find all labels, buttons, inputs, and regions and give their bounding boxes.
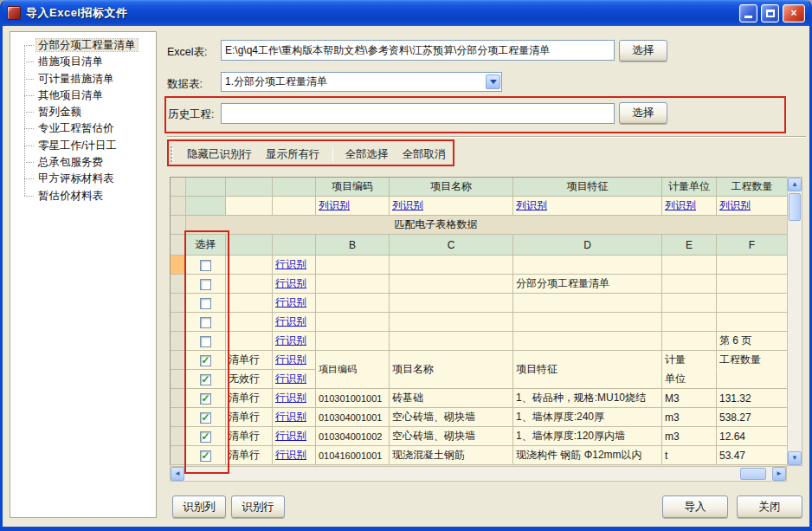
data-cell-d: 现浇构件 钢筋 Φ12mm以内 xyxy=(513,446,662,465)
row-type-cell: 清单行 xyxy=(226,408,273,427)
data-cell-f xyxy=(717,313,788,332)
header-cell xyxy=(273,235,316,256)
row-checkbox-unchecked[interactable] xyxy=(200,298,211,309)
column-detect-link[interactable]: 列识别 xyxy=(392,199,423,211)
sidebar-item[interactable]: 暂列金额 xyxy=(12,104,154,120)
column-detect-link[interactable]: 列识别 xyxy=(665,199,696,211)
row-detect-link[interactable]: 行识别 xyxy=(275,334,306,346)
row-checkbox-checked[interactable]: ✓ xyxy=(200,450,211,462)
history-project-input[interactable] xyxy=(221,103,615,124)
row-indicator-cell xyxy=(171,408,186,427)
row-detect-link[interactable]: 行识别 xyxy=(275,296,306,308)
scroll-up-icon[interactable]: ▲ xyxy=(788,178,802,191)
column-detect-link[interactable]: 列识别 xyxy=(719,199,751,211)
row-checkbox-checked[interactable]: ✓ xyxy=(200,374,211,385)
toolbar-show-all-rows[interactable]: 显示所有行 xyxy=(259,145,327,165)
data-cell-c: 空心砖墙、砌块墙 xyxy=(390,408,513,427)
row-detect-link[interactable]: 行识别 xyxy=(275,353,306,366)
data-cell-f: 131.32 xyxy=(717,389,788,408)
sidebar-item[interactable]: 分部分项工程量清单 xyxy=(12,37,154,54)
history-project-label: 历史工程: xyxy=(168,107,214,122)
close-window-button[interactable]: × xyxy=(783,4,805,23)
chevron-down-icon[interactable] xyxy=(486,74,500,89)
import-button[interactable]: 导入 xyxy=(662,495,728,518)
maximize-button[interactable] xyxy=(761,4,779,23)
row-detect-link[interactable]: 行识别 xyxy=(275,258,306,270)
data-cell-d xyxy=(513,313,662,332)
column-letter-f: F xyxy=(717,235,788,256)
scroll-left-icon[interactable]: ◄ xyxy=(171,467,184,481)
row-detect-cell: 行识别 xyxy=(273,256,316,275)
letter-header-row: 选择 B C D E F xyxy=(171,235,788,256)
row-detect-link[interactable]: 行识别 xyxy=(275,392,306,404)
sidebar-item[interactable]: 甲方评标材料表 xyxy=(12,171,154,187)
sidebar-item-label: 其他项目清单 xyxy=(36,89,105,101)
sidebar-item[interactable]: 零星工作/计日工 xyxy=(12,138,154,154)
horizontal-scrollbar[interactable]: ◄ ► xyxy=(170,466,787,482)
sidebar-item[interactable]: 暂估价材料表 xyxy=(12,188,154,204)
header-item-feature: 项目特征 xyxy=(513,178,662,197)
detect-cell: 列识别 xyxy=(662,197,717,216)
minimize-button[interactable] xyxy=(739,4,757,23)
sidebar-item[interactable]: 总承包服务费 xyxy=(12,154,154,171)
scroll-right-icon[interactable]: ► xyxy=(772,467,786,481)
toolbar-select-all[interactable]: 全部选择 xyxy=(338,145,396,165)
data-cell-f xyxy=(717,294,788,313)
data-sheet-combobox[interactable]: 1.分部分项工程量清单 xyxy=(221,72,502,92)
vertical-scroll-thumb[interactable] xyxy=(789,193,801,221)
match-banner-row: 匹配电子表格数据 xyxy=(171,216,788,235)
vertical-scrollbar[interactable]: ▲ ▼ xyxy=(787,177,802,466)
row-type-cell xyxy=(226,256,273,275)
sidebar-item[interactable]: 专业工程暂估价 xyxy=(12,120,154,137)
row-detect-link[interactable]: 行识别 xyxy=(275,430,306,442)
row-checkbox-unchecked[interactable] xyxy=(200,317,211,328)
data-sheet-label: 数据表: xyxy=(167,77,203,92)
data-cell-e xyxy=(662,313,717,332)
horizontal-scroll-thumb[interactable] xyxy=(740,468,766,480)
row-checkbox-unchecked[interactable] xyxy=(200,279,211,290)
row-checkbox-unchecked[interactable] xyxy=(200,260,211,271)
row-detect-cell: 行识别 xyxy=(273,294,316,313)
data-cell-c xyxy=(390,332,513,351)
data-cell-d xyxy=(513,294,662,313)
row-type-cell: 清单行 xyxy=(226,427,273,446)
column-detect-row: 列识别 列识别 列识别 列识别 列识别 xyxy=(171,197,788,216)
column-detect-link[interactable]: 列识别 xyxy=(319,199,350,211)
scroll-down-icon[interactable]: ▼ xyxy=(788,451,802,465)
row-detect-link[interactable]: 行识别 xyxy=(275,449,306,461)
column-detect-link[interactable]: 列识别 xyxy=(516,199,547,211)
header-cell xyxy=(171,197,186,216)
header-cell xyxy=(226,178,273,197)
row-checkbox-unchecked[interactable] xyxy=(200,336,211,347)
row-checkbox-checked[interactable]: ✓ xyxy=(200,412,211,424)
excel-file-input[interactable] xyxy=(221,40,615,61)
row-detect-link[interactable]: 行识别 xyxy=(275,315,306,327)
data-cell-c: 砖基础 xyxy=(390,389,513,408)
excel-browse-button[interactable]: 选择 xyxy=(619,40,667,62)
sidebar-item[interactable]: 其他项目清单 xyxy=(12,87,154,104)
row-checkbox-checked[interactable]: ✓ xyxy=(200,431,211,443)
row-detect-link[interactable]: 行识别 xyxy=(275,277,306,289)
row-detect-link[interactable]: 行识别 xyxy=(275,411,306,423)
row-select-cell: ✓ xyxy=(186,446,226,465)
close-button[interactable]: 关闭 xyxy=(737,495,802,518)
row-checkbox-checked[interactable]: ✓ xyxy=(200,355,211,366)
row-indicator-cell xyxy=(171,351,186,370)
row-detect-link[interactable]: 行识别 xyxy=(275,372,306,385)
row-select-cell xyxy=(186,256,226,275)
history-browse-button[interactable]: 选择 xyxy=(619,102,667,124)
row-select-cell: ✓ xyxy=(186,427,226,446)
row-checkbox-checked[interactable]: ✓ xyxy=(200,393,211,405)
data-cell-d: 项目特征 xyxy=(513,351,662,389)
detect-row-button[interactable]: 识别行 xyxy=(231,495,285,518)
sidebar-item[interactable]: 可计量措施清单 xyxy=(12,71,154,87)
sidebar-item-label: 暂估价材料表 xyxy=(36,190,105,202)
data-cell-e: t xyxy=(662,446,717,465)
data-cell-b: 010304001002 xyxy=(316,427,390,446)
toolbar-hide-recognized[interactable]: 隐藏已识别行 xyxy=(180,145,259,165)
header-cell xyxy=(186,178,226,197)
toolbar-deselect-all[interactable]: 全部取消 xyxy=(396,145,453,165)
detect-column-button[interactable]: 识别列 xyxy=(172,495,226,518)
sidebar-item[interactable]: 措施项目清单 xyxy=(12,54,154,70)
row-select-cell xyxy=(186,294,226,313)
